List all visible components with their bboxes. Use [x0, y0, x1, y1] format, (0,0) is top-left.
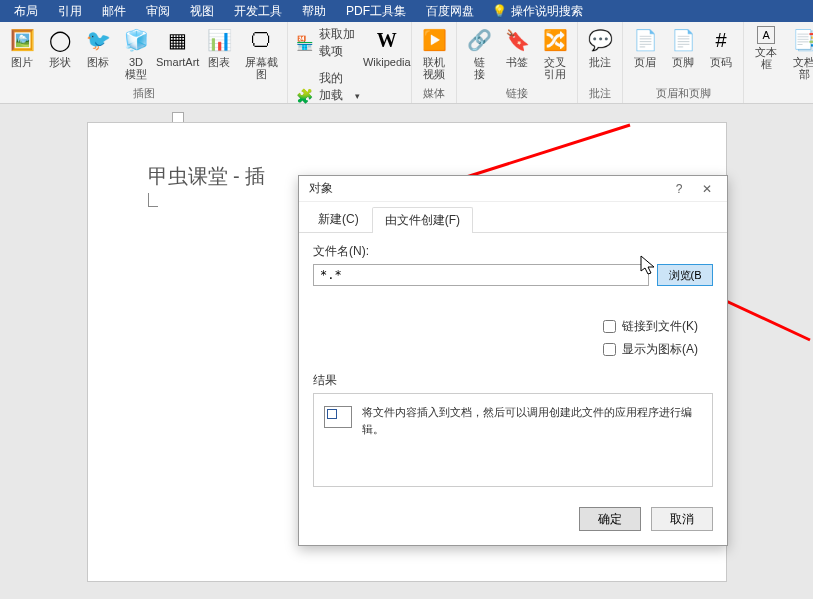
btn-pagenum[interactable]: #页码 [703, 24, 739, 84]
btn-pictures[interactable]: 🖼️图片 [4, 24, 40, 84]
btn-shapes[interactable]: ◯形状 [42, 24, 78, 84]
menu-pdf[interactable]: PDF工具集 [336, 3, 416, 20]
ribbon-group-comments: 💬批注 批注 [578, 22, 623, 103]
screenshot-icon: 🖵 [247, 26, 275, 54]
result-description: 将文件内容插入到文档，然后可以调用创建此文件的应用程序进行编辑。 [362, 404, 702, 437]
bulb-icon: 💡 [492, 4, 507, 18]
btn-icons[interactable]: 🐦图标 [80, 24, 116, 84]
browse-button[interactable]: 浏览(B [657, 264, 713, 286]
ribbon-group-addins: 🏪获取加载项 🧩我的加载项 ▾ WWikipedia 加载项 [288, 22, 412, 103]
result-preview-icon [324, 406, 352, 428]
menu-layout[interactable]: 布局 [4, 3, 48, 20]
tell-me-search[interactable]: 💡 操作说明搜索 [492, 3, 583, 20]
bookmark-icon: 🔖 [503, 26, 531, 54]
crossref-icon: 🔀 [541, 26, 569, 54]
smartart-icon: ▦ [164, 26, 192, 54]
ribbon-group-links: 🔗链 接 🔖书签 🔀交叉引用 链接 [457, 22, 578, 103]
help-button[interactable]: ? [665, 179, 693, 199]
filename-label: 文件名(N): [313, 243, 713, 260]
link-icon: 🔗 [465, 26, 493, 54]
chart-icon: 📊 [205, 26, 233, 54]
btn-get-addins[interactable]: 🏪获取加载项 [292, 24, 364, 62]
btn-3dmodels[interactable]: 🧊3D 模型 [118, 24, 154, 84]
dialog-title: 对象 [309, 180, 665, 197]
btn-chart[interactable]: 📊图表 [201, 24, 237, 84]
video-icon: ▶️ [420, 26, 448, 54]
display-as-icon-checkbox[interactable]: 显示为图标(A) [603, 341, 698, 358]
btn-footer[interactable]: 📄页脚 [665, 24, 701, 84]
btn-online-video[interactable]: ▶️联机视频 [416, 24, 452, 84]
ok-button[interactable]: 确定 [579, 507, 641, 531]
cube-icon: 🧊 [122, 26, 150, 54]
menu-view[interactable]: 视图 [180, 3, 224, 20]
link-to-file-checkbox[interactable]: 链接到文件(K) [603, 318, 698, 335]
shapes-icon: ◯ [46, 26, 74, 54]
btn-screenshot[interactable]: 🖵屏幕截图 [239, 24, 283, 84]
dialog-titlebar[interactable]: 对象 ? ✕ [299, 176, 727, 202]
comment-icon: 💬 [586, 26, 614, 54]
tab-create-from-file[interactable]: 由文件创建(F) [372, 207, 473, 233]
menu-references[interactable]: 引用 [48, 3, 92, 20]
addins-icon: 🧩 [296, 86, 313, 106]
object-dialog: 对象 ? ✕ 新建(C) 由文件创建(F) 文件名(N): 浏览(B 链接到文件… [298, 175, 728, 546]
ribbon-group-headerfooter: 📄页眉 📄页脚 #页码 页眉和页脚 [623, 22, 744, 103]
menubar: 布局 引用 邮件 审阅 视图 开发工具 帮助 PDF工具集 百度网盘 💡 操作说… [0, 0, 813, 22]
picture-icon: 🖼️ [8, 26, 36, 54]
link-checkbox-input[interactable] [603, 320, 616, 333]
store-icon: 🏪 [296, 33, 313, 53]
dialog-tabs: 新建(C) 由文件创建(F) [299, 202, 727, 233]
tab-create-new[interactable]: 新建(C) [305, 206, 372, 232]
btn-comment[interactable]: 💬批注 [582, 24, 618, 84]
pagenum-icon: # [707, 26, 735, 54]
result-box: 将文件内容插入到文档，然后可以调用创建此文件的应用程序进行编辑。 [313, 393, 713, 487]
ribbon: 🖼️图片 ◯形状 🐦图标 🧊3D 模型 ▦SmartArt 📊图表 🖵屏幕截图 … [0, 22, 813, 104]
text-cursor [148, 193, 158, 207]
ribbon-group-illustrations: 🖼️图片 ◯形状 🐦图标 🧊3D 模型 ▦SmartArt 📊图表 🖵屏幕截图 … [0, 22, 288, 103]
icons-icon: 🐦 [84, 26, 112, 54]
menu-developer[interactable]: 开发工具 [224, 3, 292, 20]
close-button[interactable]: ✕ [693, 179, 721, 199]
icon-checkbox-input[interactable] [603, 343, 616, 356]
header-icon: 📄 [631, 26, 659, 54]
menu-help[interactable]: 帮助 [292, 3, 336, 20]
result-label: 结果 [313, 372, 713, 389]
btn-docparts[interactable]: 📑文档部 [786, 24, 813, 99]
btn-crossref[interactable]: 🔀交叉引用 [537, 24, 573, 84]
btn-smartart[interactable]: ▦SmartArt [156, 24, 199, 84]
btn-bookmark[interactable]: 🔖书签 [499, 24, 535, 84]
btn-link[interactable]: 🔗链 接 [461, 24, 497, 84]
cancel-button[interactable]: 取消 [651, 507, 713, 531]
menu-review[interactable]: 审阅 [136, 3, 180, 20]
btn-textbox[interactable]: A文本框 [748, 24, 784, 99]
filename-input[interactable] [313, 264, 649, 286]
btn-header[interactable]: 📄页眉 [627, 24, 663, 84]
wikipedia-icon: W [373, 26, 401, 54]
ribbon-group-media: ▶️联机视频 媒体 [412, 22, 457, 103]
ribbon-group-text: A文本框 📑文档部 [744, 22, 813, 103]
textbox-icon: A [757, 26, 775, 44]
menu-mailings[interactable]: 邮件 [92, 3, 136, 20]
menu-baidu[interactable]: 百度网盘 [416, 3, 484, 20]
docparts-icon: 📑 [790, 26, 813, 54]
footer-icon: 📄 [669, 26, 697, 54]
